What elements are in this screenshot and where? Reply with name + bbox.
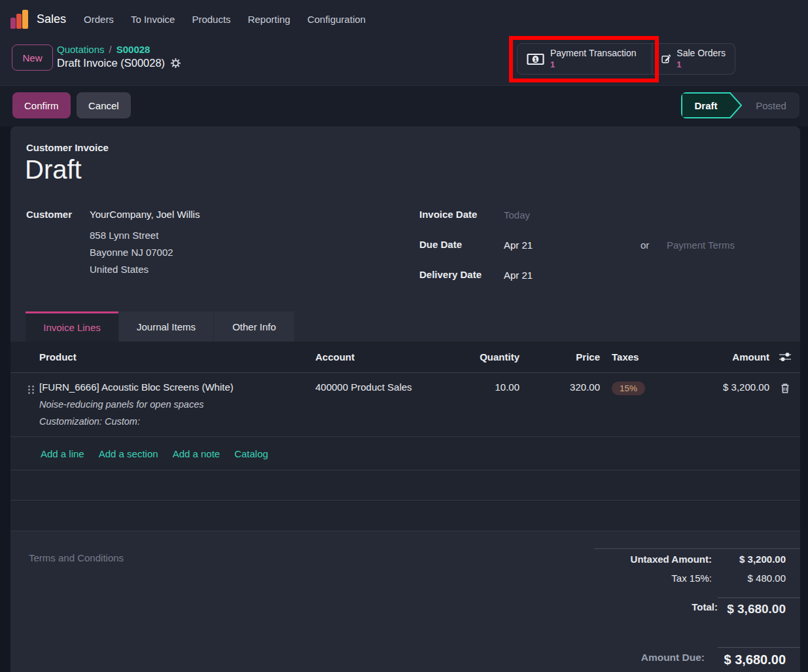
nav-item-products[interactable]: Products <box>183 7 239 31</box>
stat-count: 1 <box>676 60 726 70</box>
cell-account[interactable]: 400000 Product Sales <box>315 381 472 427</box>
customer-name-field[interactable]: YourCompany, Joel Willis <box>90 209 200 220</box>
invoice-date-label: Invoice Date <box>419 209 477 220</box>
col-header-product[interactable]: Product <box>39 351 315 363</box>
breadcrumb: Quotations / S00028 Draft Invoice (S0002… <box>57 44 181 69</box>
stat-label: Sale Orders <box>676 48 726 60</box>
amount-due-row: Amount Due: $ 3,680.00 <box>594 647 800 667</box>
app-name[interactable]: Sales <box>37 12 66 26</box>
cell-product-description: Noise-reducing panels for open spaces Cu… <box>39 398 315 427</box>
payment-terms-field[interactable]: Payment Terms <box>667 239 735 251</box>
cell-amount: $ 3,200.00 <box>703 381 769 427</box>
svg-text:1: 1 <box>534 56 537 62</box>
add-a-note-link[interactable]: Add a note <box>173 448 220 459</box>
breadcrumb-separator: / <box>109 44 112 55</box>
col-header-price[interactable]: Price <box>519 351 600 363</box>
empty-table-row <box>10 501 800 531</box>
breadcrumb-quotations[interactable]: Quotations <box>57 44 105 55</box>
control-panel: New Quotations / S00028 Draft Invoice (S… <box>0 38 808 86</box>
document-type-label: Customer Invoice <box>26 142 109 153</box>
amount-due-value: $ 3,680.00 <box>718 647 800 667</box>
page-title: Draft Invoice (S00028) <box>57 57 165 69</box>
add-a-section-link[interactable]: Add a section <box>99 448 158 459</box>
table-header-row: Product Account Quantity Price Taxes Amo… <box>10 342 800 373</box>
due-date-label: Due Date <box>419 239 462 250</box>
add-a-line-link[interactable]: Add a line <box>41 448 84 459</box>
customer-address: 858 Lynn Street Bayonne NJ 07002 United … <box>90 227 173 278</box>
statusbar-step-posted[interactable]: Posted <box>743 92 799 118</box>
empty-table-row <box>10 470 800 501</box>
payment-transaction-stat-button[interactable]: 1 Payment Transaction 1 <box>517 43 652 75</box>
confirm-button[interactable]: Confirm <box>12 92 71 118</box>
optional-columns-icon[interactable] <box>769 351 800 363</box>
statusbar-step-draft[interactable]: Draft <box>681 92 743 118</box>
nav-item-orders[interactable]: Orders <box>75 7 122 31</box>
terms-and-conditions-field[interactable]: Terms and Conditions <box>29 552 124 563</box>
top-navbar: Sales Orders To Invoice Products Reporti… <box>0 0 808 38</box>
customer-field-label: Customer <box>26 209 72 220</box>
or-label: or <box>641 239 649 251</box>
col-header-taxes[interactable]: Taxes <box>600 351 703 363</box>
cell-product[interactable]: [FURN_6666] Acoustic Bloc Screens (White… <box>39 381 315 393</box>
address-line: United States <box>90 261 173 278</box>
address-line: Bayonne NJ 07002 <box>90 244 173 261</box>
cell-price[interactable]: 320.00 <box>519 381 600 427</box>
invoice-lines-table: Product Account Quantity Price Taxes Amo… <box>10 342 800 531</box>
untaxed-amount-label: Untaxed Amount: <box>631 554 712 565</box>
table-row[interactable]: [FURN_6666] Acoustic Bloc Screens (White… <box>10 373 800 437</box>
col-header-account[interactable]: Account <box>315 351 472 363</box>
catalog-link[interactable]: Catalog <box>234 448 268 459</box>
action-bar: Confirm Cancel Draft Posted <box>0 86 808 126</box>
sale-orders-stat-button[interactable]: Sale Orders 1 <box>652 43 735 75</box>
col-header-quantity[interactable]: Quantity <box>472 351 519 363</box>
delete-line-button[interactable] <box>769 381 800 427</box>
tab-other-info[interactable]: Other Info <box>214 311 294 342</box>
tax-value: $ 480.00 <box>712 573 800 584</box>
stat-count: 1 <box>550 60 637 70</box>
nav-item-reporting[interactable]: Reporting <box>239 7 299 31</box>
notebook: Invoice Lines Journal Items Other Info P… <box>10 311 800 531</box>
breadcrumb-s00028[interactable]: S00028 <box>116 44 150 55</box>
address-line: 858 Lynn Street <box>90 227 173 244</box>
delivery-date-label: Delivery Date <box>419 269 482 280</box>
odoo-sales-app-icon[interactable] <box>10 9 28 29</box>
due-date-field[interactable]: Apr 21 <box>504 239 533 251</box>
untaxed-amount-value: $ 3,200.00 <box>712 554 800 565</box>
banknote-icon: 1 <box>527 53 544 65</box>
invoice-date-field[interactable]: Today <box>504 209 530 221</box>
tax-badge[interactable]: 15% <box>612 381 645 395</box>
tax-label: Tax 15%: <box>671 573 712 584</box>
statusbar: Draft Posted <box>681 92 799 118</box>
delivery-date-field[interactable]: Apr 21 <box>504 270 533 281</box>
document-state-title: Draft <box>25 155 82 185</box>
gear-icon[interactable] <box>171 58 181 68</box>
totals-panel: Untaxed Amount: $ 3,200.00 Tax 15%: $ 48… <box>594 548 800 618</box>
new-button[interactable]: New <box>12 44 53 71</box>
nav-item-to-invoice[interactable]: To Invoice <box>122 7 184 31</box>
tab-journal-items[interactable]: Journal Items <box>119 311 213 342</box>
stat-label: Payment Transaction <box>550 48 637 60</box>
nav-item-configuration[interactable]: Configuration <box>299 7 374 31</box>
cancel-button[interactable]: Cancel <box>77 92 131 118</box>
tab-invoice-lines[interactable]: Invoice Lines <box>26 311 118 342</box>
drag-handle-icon[interactable] <box>28 385 34 394</box>
tab-bar: Invoice Lines Journal Items Other Info <box>10 311 800 342</box>
trash-icon <box>780 383 790 394</box>
total-value: $ 3,680.00 <box>718 597 800 616</box>
cell-quantity[interactable]: 10.00 <box>472 381 519 427</box>
col-header-amount[interactable]: Amount <box>703 351 769 363</box>
amount-due-label: Amount Due: <box>641 652 705 663</box>
invoice-form-sheet: Customer Invoice Draft Customer YourComp… <box>10 126 800 672</box>
table-footer-links: Add a line Add a section Add a note Cata… <box>10 437 800 470</box>
total-label: Total: <box>692 601 718 612</box>
stat-button-group: 1 Payment Transaction 1 Sale Orders 1 <box>517 43 735 75</box>
pencil-square-icon <box>661 52 671 65</box>
